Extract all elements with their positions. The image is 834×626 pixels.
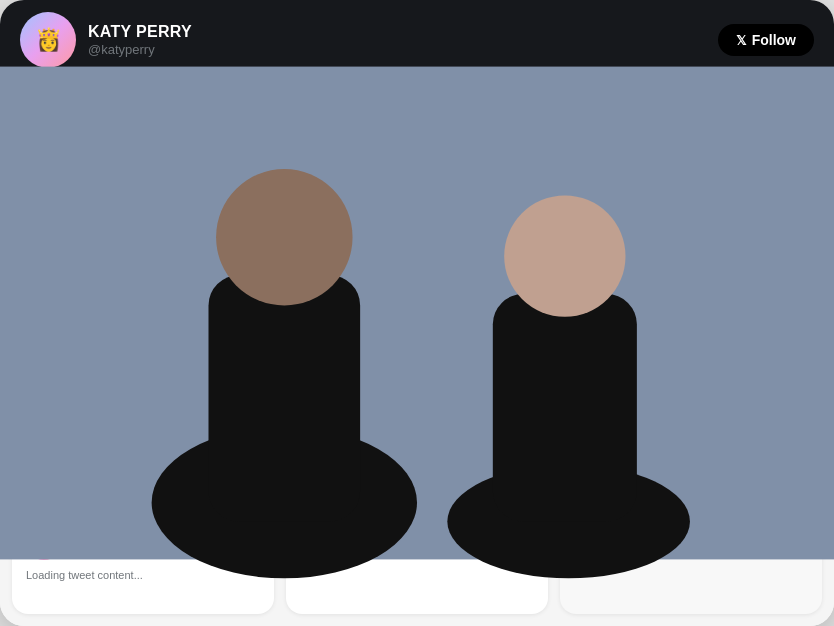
tweet-card-1: 👸 KATY PERRY @katyperry · Sep 9 ✕ I'M HI… — [12, 139, 274, 473]
app-window: 👸 KATY PERRY @katyperry 𝕏 Follow Tweets … — [0, 0, 834, 626]
tweet-image-svg-1 — [26, 301, 260, 431]
svg-rect-2 — [209, 301, 261, 431]
tweet-image-1 — [26, 301, 260, 431]
tweet-feed: 👸 KATY PERRY @katyperry · Sep 9 ✕ I'M HI… — [0, 127, 834, 626]
